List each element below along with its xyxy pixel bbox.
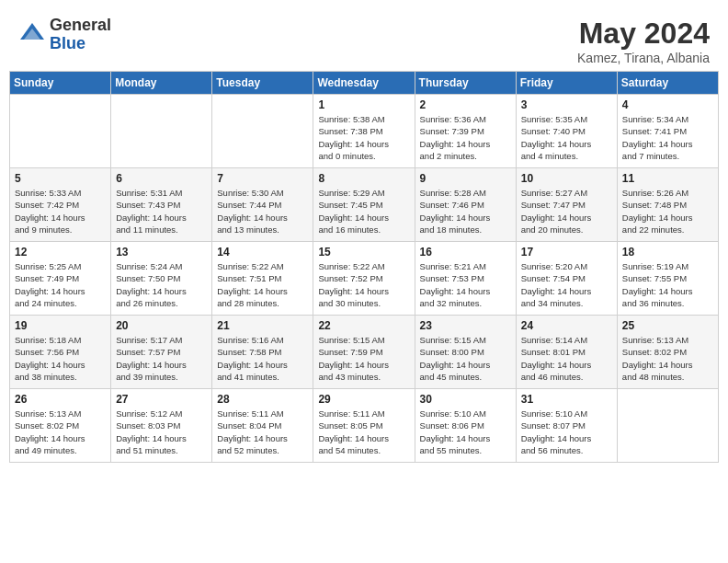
day-number-1-2: 7 — [217, 172, 308, 185]
calendar-cell-4-4: 30Sunrise: 5:10 AMSunset: 8:06 PMDayligh… — [415, 389, 516, 463]
day-number-2-1: 13 — [116, 246, 207, 259]
calendar-cell-3-2: 21Sunrise: 5:16 AMSunset: 7:58 PMDayligh… — [212, 316, 313, 389]
day-number-3-4: 23 — [420, 319, 511, 332]
day-info-3-3: Sunrise: 5:15 AMSunset: 7:59 PMDaylight:… — [318, 334, 409, 383]
calendar-cell-2-1: 13Sunrise: 5:24 AMSunset: 7:50 PMDayligh… — [111, 242, 212, 316]
calendar-cell-4-5: 31Sunrise: 5:10 AMSunset: 8:07 PMDayligh… — [516, 389, 617, 463]
calendar-cell-1-3: 8Sunrise: 5:29 AMSunset: 7:45 PMDaylight… — [313, 168, 415, 242]
day-number-0-3: 1 — [318, 98, 409, 111]
calendar-cell-2-4: 16Sunrise: 5:21 AMSunset: 7:53 PMDayligh… — [415, 242, 516, 316]
logo-general-text: General — [50, 17, 111, 35]
calendar-header-row: Sunday Monday Tuesday Wednesday Thursday… — [10, 72, 719, 95]
calendar-cell-0-1 — [111, 95, 212, 168]
day-number-1-1: 6 — [116, 172, 207, 185]
day-info-2-0: Sunrise: 5:25 AMSunset: 7:49 PMDaylight:… — [15, 260, 106, 309]
calendar-cell-3-4: 23Sunrise: 5:15 AMSunset: 8:00 PMDayligh… — [415, 316, 516, 389]
location: Kamez, Tirana, Albania — [577, 51, 710, 65]
calendar-cell-3-5: 24Sunrise: 5:14 AMSunset: 8:01 PMDayligh… — [516, 316, 617, 389]
day-info-3-0: Sunrise: 5:18 AMSunset: 7:56 PMDaylight:… — [15, 334, 106, 383]
day-number-3-3: 22 — [318, 319, 409, 332]
day-number-4-3: 29 — [318, 393, 409, 406]
day-number-0-5: 3 — [521, 98, 612, 111]
day-info-2-1: Sunrise: 5:24 AMSunset: 7:50 PMDaylight:… — [116, 260, 207, 309]
week-row-1: 5Sunrise: 5:33 AMSunset: 7:42 PMDaylight… — [10, 168, 719, 242]
week-row-2: 12Sunrise: 5:25 AMSunset: 7:49 PMDayligh… — [10, 242, 719, 316]
calendar-cell-1-5: 10Sunrise: 5:27 AMSunset: 7:47 PMDayligh… — [516, 168, 617, 242]
logo-icon — [18, 21, 46, 49]
calendar-cell-3-6: 25Sunrise: 5:13 AMSunset: 8:02 PMDayligh… — [617, 316, 718, 389]
day-info-0-4: Sunrise: 5:36 AMSunset: 7:39 PMDaylight:… — [420, 113, 511, 162]
calendar-cell-4-1: 27Sunrise: 5:12 AMSunset: 8:03 PMDayligh… — [111, 389, 212, 463]
calendar-cell-3-3: 22Sunrise: 5:15 AMSunset: 7:59 PMDayligh… — [313, 316, 415, 389]
day-number-1-4: 9 — [420, 172, 511, 185]
day-number-3-6: 25 — [622, 319, 713, 332]
calendar-cell-1-0: 5Sunrise: 5:33 AMSunset: 7:42 PMDaylight… — [10, 168, 111, 242]
day-info-1-5: Sunrise: 5:27 AMSunset: 7:47 PMDaylight:… — [521, 187, 612, 236]
calendar-cell-1-2: 7Sunrise: 5:30 AMSunset: 7:44 PMDaylight… — [212, 168, 313, 242]
calendar-cell-2-0: 12Sunrise: 5:25 AMSunset: 7:49 PMDayligh… — [10, 242, 111, 316]
day-number-0-4: 2 — [420, 98, 511, 111]
calendar-cell-2-5: 17Sunrise: 5:20 AMSunset: 7:54 PMDayligh… — [516, 242, 617, 316]
day-number-1-0: 5 — [15, 172, 106, 185]
title-block: May 2024 Kamez, Tirana, Albania — [577, 17, 710, 65]
day-info-0-5: Sunrise: 5:35 AMSunset: 7:40 PMDaylight:… — [521, 113, 612, 162]
day-number-1-5: 10 — [521, 172, 612, 185]
day-info-3-6: Sunrise: 5:13 AMSunset: 8:02 PMDaylight:… — [622, 334, 713, 383]
logo-text: General Blue — [50, 17, 111, 53]
day-number-4-0: 26 — [15, 393, 106, 406]
header-saturday: Saturday — [617, 72, 718, 95]
day-info-3-4: Sunrise: 5:15 AMSunset: 8:00 PMDaylight:… — [420, 334, 511, 383]
calendar-cell-4-2: 28Sunrise: 5:11 AMSunset: 8:04 PMDayligh… — [212, 389, 313, 463]
day-number-4-1: 27 — [116, 393, 207, 406]
day-number-3-5: 24 — [521, 319, 612, 332]
header-wednesday: Wednesday — [313, 72, 415, 95]
month-year: May 2024 — [577, 17, 710, 51]
day-number-2-3: 15 — [318, 246, 409, 259]
day-info-1-6: Sunrise: 5:26 AMSunset: 7:48 PMDaylight:… — [622, 187, 713, 236]
calendar-cell-3-0: 19Sunrise: 5:18 AMSunset: 7:56 PMDayligh… — [10, 316, 111, 389]
calendar: Sunday Monday Tuesday Wednesday Thursday… — [9, 71, 719, 463]
day-number-4-4: 30 — [420, 393, 511, 406]
day-info-2-6: Sunrise: 5:19 AMSunset: 7:55 PMDaylight:… — [622, 260, 713, 309]
day-number-0-6: 4 — [622, 98, 713, 111]
day-info-1-1: Sunrise: 5:31 AMSunset: 7:43 PMDaylight:… — [116, 187, 207, 236]
day-number-2-2: 14 — [217, 246, 308, 259]
logo: General Blue — [18, 17, 111, 53]
week-row-4: 26Sunrise: 5:13 AMSunset: 8:02 PMDayligh… — [10, 389, 719, 463]
day-number-2-6: 18 — [622, 246, 713, 259]
calendar-cell-0-2 — [212, 95, 313, 168]
day-number-3-2: 21 — [217, 319, 308, 332]
calendar-cell-0-5: 3Sunrise: 5:35 AMSunset: 7:40 PMDaylight… — [516, 95, 617, 168]
calendar-cell-3-1: 20Sunrise: 5:17 AMSunset: 7:57 PMDayligh… — [111, 316, 212, 389]
day-info-4-2: Sunrise: 5:11 AMSunset: 8:04 PMDaylight:… — [217, 408, 308, 456]
header-thursday: Thursday — [415, 72, 516, 95]
calendar-cell-2-2: 14Sunrise: 5:22 AMSunset: 7:51 PMDayligh… — [212, 242, 313, 316]
day-number-4-2: 28 — [217, 393, 308, 406]
calendar-cell-4-6 — [617, 389, 718, 463]
day-info-4-3: Sunrise: 5:11 AMSunset: 8:05 PMDaylight:… — [318, 408, 409, 456]
day-info-2-5: Sunrise: 5:20 AMSunset: 7:54 PMDaylight:… — [521, 260, 612, 309]
day-info-3-5: Sunrise: 5:14 AMSunset: 8:01 PMDaylight:… — [521, 334, 612, 383]
calendar-cell-0-6: 4Sunrise: 5:34 AMSunset: 7:41 PMDaylight… — [617, 95, 718, 168]
day-number-3-0: 19 — [15, 319, 106, 332]
header-tuesday: Tuesday — [212, 72, 313, 95]
day-info-2-3: Sunrise: 5:22 AMSunset: 7:52 PMDaylight:… — [318, 260, 409, 309]
header-sunday: Sunday — [10, 72, 111, 95]
day-info-1-4: Sunrise: 5:28 AMSunset: 7:46 PMDaylight:… — [420, 187, 511, 236]
day-number-1-3: 8 — [318, 172, 409, 185]
calendar-cell-2-3: 15Sunrise: 5:22 AMSunset: 7:52 PMDayligh… — [313, 242, 415, 316]
day-number-2-4: 16 — [420, 246, 511, 259]
header: General Blue May 2024 Kamez, Tirana, Alb… — [9, 9, 719, 71]
day-number-4-5: 31 — [521, 393, 612, 406]
day-info-3-1: Sunrise: 5:17 AMSunset: 7:57 PMDaylight:… — [116, 334, 207, 383]
day-number-3-1: 20 — [116, 319, 207, 332]
calendar-cell-4-3: 29Sunrise: 5:11 AMSunset: 8:05 PMDayligh… — [313, 389, 415, 463]
day-info-0-6: Sunrise: 5:34 AMSunset: 7:41 PMDaylight:… — [622, 113, 713, 162]
day-info-4-4: Sunrise: 5:10 AMSunset: 8:06 PMDaylight:… — [420, 408, 511, 456]
calendar-cell-1-6: 11Sunrise: 5:26 AMSunset: 7:48 PMDayligh… — [617, 168, 718, 242]
header-friday: Friday — [516, 72, 617, 95]
day-info-2-2: Sunrise: 5:22 AMSunset: 7:51 PMDaylight:… — [217, 260, 308, 309]
week-row-3: 19Sunrise: 5:18 AMSunset: 7:56 PMDayligh… — [10, 316, 719, 389]
week-row-0: 1Sunrise: 5:38 AMSunset: 7:38 PMDaylight… — [10, 95, 719, 168]
day-info-4-5: Sunrise: 5:10 AMSunset: 8:07 PMDaylight:… — [521, 408, 612, 456]
